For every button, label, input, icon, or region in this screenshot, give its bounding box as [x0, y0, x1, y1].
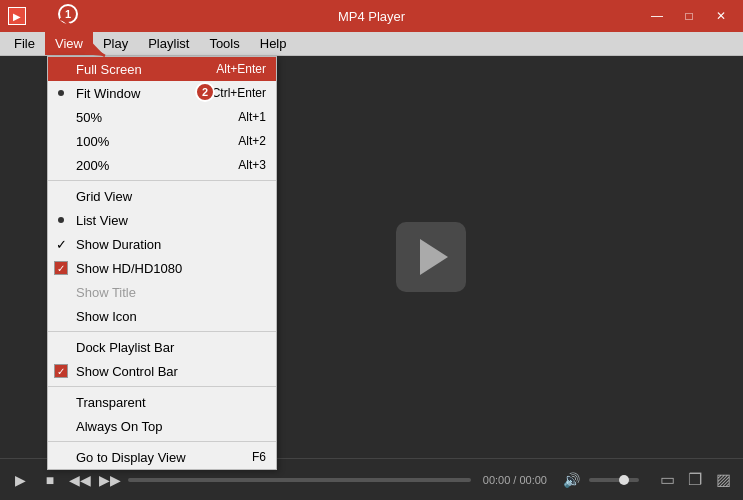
fullscreen-label: Full Screen — [76, 62, 142, 77]
100pct-shortcut: Alt+2 — [238, 134, 266, 148]
menu-playlist[interactable]: Playlist — [138, 32, 199, 55]
separator-4 — [48, 441, 276, 442]
play-triangle-icon — [420, 239, 448, 275]
playlist-button[interactable]: ▨ — [711, 468, 735, 492]
play-pause-button[interactable]: ▶ — [8, 468, 32, 492]
maximize-button[interactable]: □ — [675, 6, 703, 26]
transparent-label: Transparent — [76, 395, 146, 410]
view-dropdown-menu: Full Screen Alt+Enter Fit Window Ctrl+En… — [47, 56, 277, 470]
window-controls: — □ ✕ — [643, 6, 735, 26]
show-icon-label: Show Icon — [76, 309, 137, 324]
step-1-badge: 1 — [58, 4, 78, 24]
menu-show-duration[interactable]: ✓ Show Duration — [48, 232, 276, 256]
menu-show-icon[interactable]: Show Icon — [48, 304, 276, 328]
list-view-label: List View — [76, 213, 128, 228]
menu-show-hd[interactable]: ✓ Show HD/HD1080 — [48, 256, 276, 280]
50pct-shortcut: Alt+1 — [238, 110, 266, 124]
next-button[interactable]: ▶▶ — [98, 468, 122, 492]
close-button[interactable]: ✕ — [707, 6, 735, 26]
fullscreen-shortcut: Alt+Enter — [216, 62, 266, 76]
menu-200pct[interactable]: 200% Alt+3 — [48, 153, 276, 177]
list-view-dot — [58, 217, 64, 223]
show-controlbar-label: Show Control Bar — [76, 364, 178, 379]
menu-50pct[interactable]: 50% Alt+1 — [48, 105, 276, 129]
menu-file[interactable]: File — [4, 32, 45, 55]
separator-1 — [48, 180, 276, 181]
menu-always-on-top[interactable]: Always On Top — [48, 414, 276, 438]
grid-view-label: Grid View — [76, 189, 132, 204]
title-bar-left: ▶ — [8, 7, 26, 25]
menu-fit-window[interactable]: Fit Window Ctrl+Enter — [48, 81, 276, 105]
200pct-label: 200% — [76, 158, 109, 173]
menu-show-title: Show Title — [48, 280, 276, 304]
50pct-label: 50% — [76, 110, 102, 125]
200pct-shortcut: Alt+3 — [238, 158, 266, 172]
menu-show-controlbar[interactable]: ✓ Show Control Bar — [48, 359, 276, 383]
fullscreen-button[interactable]: ❐ — [683, 468, 707, 492]
always-on-top-label: Always On Top — [76, 419, 162, 434]
menu-help[interactable]: Help — [250, 32, 297, 55]
volume-slider-container[interactable] — [589, 478, 649, 482]
show-duration-label: Show Duration — [76, 237, 161, 252]
time-display: 00:00 / 00:00 — [483, 474, 547, 486]
menu-dock-playlist[interactable]: Dock Playlist Bar — [48, 335, 276, 359]
fit-window-label: Fit Window — [76, 86, 140, 101]
play-button-overlay — [396, 222, 466, 292]
show-hd-label: Show HD/HD1080 — [76, 261, 182, 276]
menu-transparent[interactable]: Transparent — [48, 390, 276, 414]
menu-list-view[interactable]: List View — [48, 208, 276, 232]
menu-go-display-view[interactable]: Go to Display View F6 — [48, 445, 276, 469]
fit-window-shortcut: Ctrl+Enter — [212, 86, 266, 100]
menu-play[interactable]: Play — [93, 32, 138, 55]
aspect-ratio-button[interactable]: ▭ — [655, 468, 679, 492]
fit-window-dot — [58, 90, 64, 96]
previous-button[interactable]: ◀◀ — [68, 468, 92, 492]
menu-view[interactable]: View — [45, 32, 93, 55]
progress-bar[interactable] — [128, 478, 471, 482]
menu-bar: File View Play Playlist Tools Help — [0, 32, 743, 56]
menu-tools[interactable]: Tools — [199, 32, 249, 55]
100pct-label: 100% — [76, 134, 109, 149]
show-duration-check: ✓ — [56, 237, 67, 252]
show-controlbar-checkbox: ✓ — [54, 364, 68, 378]
show-title-label: Show Title — [76, 285, 136, 300]
menu-grid-view[interactable]: Grid View — [48, 184, 276, 208]
volume-icon[interactable]: 🔊 — [559, 468, 583, 492]
go-display-view-shortcut: F6 — [252, 450, 266, 464]
title-bar: ▶ MP4 Player — □ ✕ — [0, 0, 743, 32]
separator-2 — [48, 331, 276, 332]
volume-slider[interactable] — [589, 478, 639, 482]
separator-3 — [48, 386, 276, 387]
menu-100pct[interactable]: 100% Alt+2 — [48, 129, 276, 153]
minimize-button[interactable]: — — [643, 6, 671, 26]
window-title: MP4 Player — [338, 9, 405, 24]
app-icon: ▶ — [8, 7, 26, 25]
menu-fullscreen[interactable]: Full Screen Alt+Enter — [48, 57, 276, 81]
right-controls: ▭ ❐ ▨ — [655, 468, 735, 492]
step-2-badge: 2 — [195, 82, 215, 102]
stop-button[interactable]: ■ — [38, 468, 62, 492]
volume-knob[interactable] — [619, 475, 629, 485]
show-hd-checkbox: ✓ — [54, 261, 68, 275]
go-display-view-label: Go to Display View — [76, 450, 186, 465]
dock-playlist-label: Dock Playlist Bar — [76, 340, 174, 355]
